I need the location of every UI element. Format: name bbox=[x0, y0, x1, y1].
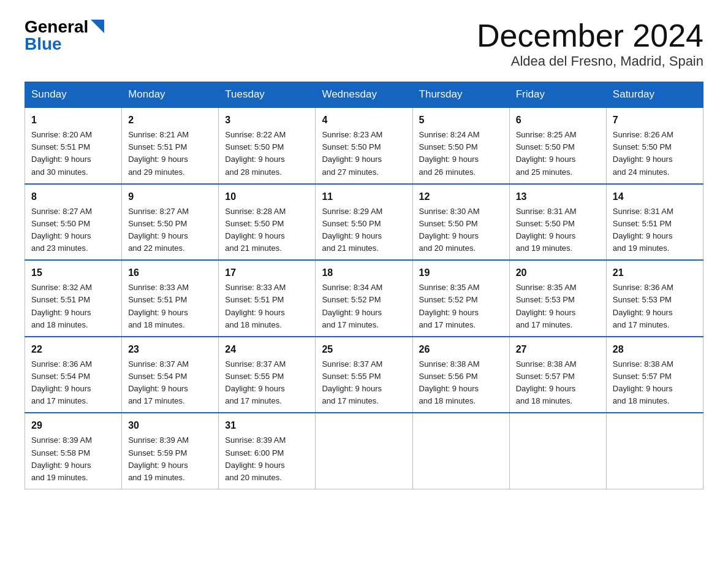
day-number: 27 bbox=[516, 342, 600, 357]
day-number: 14 bbox=[613, 190, 697, 204]
calendar-cell: 23Sunrise: 8:37 AM Sunset: 5:54 PM Dayli… bbox=[122, 337, 219, 413]
day-info: Sunrise: 8:39 AM Sunset: 6:00 PM Dayligh… bbox=[225, 434, 309, 484]
header-wednesday: Wednesday bbox=[316, 82, 412, 108]
month-title: December 2024 bbox=[477, 18, 703, 53]
day-info: Sunrise: 8:34 AM Sunset: 5:52 PM Dayligh… bbox=[322, 282, 406, 331]
day-number: 6 bbox=[516, 113, 600, 128]
day-info: Sunrise: 8:27 AM Sunset: 5:50 PM Dayligh… bbox=[31, 205, 115, 255]
calendar-cell: 2Sunrise: 8:21 AM Sunset: 5:51 PM Daylig… bbox=[122, 107, 219, 184]
calendar-cell: 28Sunrise: 8:38 AM Sunset: 5:57 PM Dayli… bbox=[606, 337, 703, 413]
day-number: 1 bbox=[31, 113, 115, 128]
day-number: 16 bbox=[128, 266, 212, 280]
calendar-cell bbox=[316, 413, 412, 489]
day-number: 18 bbox=[322, 266, 406, 280]
day-info: Sunrise: 8:35 AM Sunset: 5:52 PM Dayligh… bbox=[419, 282, 503, 331]
calendar-cell: 9Sunrise: 8:27 AM Sunset: 5:50 PM Daylig… bbox=[122, 184, 219, 261]
day-info: Sunrise: 8:27 AM Sunset: 5:50 PM Dayligh… bbox=[128, 205, 212, 255]
calendar-cell: 6Sunrise: 8:25 AM Sunset: 5:50 PM Daylig… bbox=[509, 107, 606, 184]
week-row-4: 22Sunrise: 8:36 AM Sunset: 5:54 PM Dayli… bbox=[25, 337, 703, 413]
day-info: Sunrise: 8:20 AM Sunset: 5:51 PM Dayligh… bbox=[31, 129, 115, 178]
day-number: 25 bbox=[322, 342, 406, 357]
calendar-cell: 17Sunrise: 8:33 AM Sunset: 5:51 PM Dayli… bbox=[219, 260, 316, 337]
header-thursday: Thursday bbox=[412, 82, 509, 108]
week-row-2: 8Sunrise: 8:27 AM Sunset: 5:50 PM Daylig… bbox=[25, 184, 703, 261]
week-row-5: 29Sunrise: 8:39 AM Sunset: 5:58 PM Dayli… bbox=[25, 413, 703, 489]
calendar-cell: 3Sunrise: 8:22 AM Sunset: 5:50 PM Daylig… bbox=[219, 107, 316, 184]
day-info: Sunrise: 8:37 AM Sunset: 5:55 PM Dayligh… bbox=[322, 358, 406, 408]
day-number: 31 bbox=[225, 418, 309, 433]
calendar-cell: 11Sunrise: 8:29 AM Sunset: 5:50 PM Dayli… bbox=[316, 184, 412, 261]
day-info: Sunrise: 8:29 AM Sunset: 5:50 PM Dayligh… bbox=[322, 205, 406, 255]
day-number: 10 bbox=[225, 190, 309, 204]
day-info: Sunrise: 8:23 AM Sunset: 5:50 PM Dayligh… bbox=[322, 129, 406, 178]
day-info: Sunrise: 8:25 AM Sunset: 5:50 PM Dayligh… bbox=[516, 129, 600, 178]
day-number: 7 bbox=[613, 113, 697, 128]
calendar-cell bbox=[606, 413, 703, 489]
location-title: Aldea del Fresno, Madrid, Spain bbox=[477, 53, 703, 69]
day-number: 9 bbox=[128, 190, 212, 204]
day-info: Sunrise: 8:31 AM Sunset: 5:51 PM Dayligh… bbox=[613, 205, 697, 255]
day-number: 30 bbox=[128, 418, 212, 433]
logo-arrow-icon bbox=[91, 20, 104, 33]
header-friday: Friday bbox=[509, 82, 606, 108]
header-tuesday: Tuesday bbox=[219, 82, 316, 108]
day-info: Sunrise: 8:24 AM Sunset: 5:50 PM Dayligh… bbox=[419, 129, 503, 178]
day-number: 28 bbox=[613, 342, 697, 357]
calendar-cell: 12Sunrise: 8:30 AM Sunset: 5:50 PM Dayli… bbox=[412, 184, 509, 261]
day-number: 26 bbox=[419, 342, 503, 357]
day-info: Sunrise: 8:21 AM Sunset: 5:51 PM Dayligh… bbox=[128, 129, 212, 178]
calendar-cell: 13Sunrise: 8:31 AM Sunset: 5:50 PM Dayli… bbox=[509, 184, 606, 261]
day-info: Sunrise: 8:30 AM Sunset: 5:50 PM Dayligh… bbox=[419, 205, 503, 255]
logo: General Blue bbox=[25, 18, 104, 53]
calendar-cell: 27Sunrise: 8:38 AM Sunset: 5:57 PM Dayli… bbox=[509, 337, 606, 413]
week-row-1: 1Sunrise: 8:20 AM Sunset: 5:51 PM Daylig… bbox=[25, 107, 703, 184]
calendar-cell: 18Sunrise: 8:34 AM Sunset: 5:52 PM Dayli… bbox=[316, 260, 412, 337]
day-number: 4 bbox=[322, 113, 406, 128]
day-info: Sunrise: 8:33 AM Sunset: 5:51 PM Dayligh… bbox=[225, 282, 309, 331]
calendar-cell: 4Sunrise: 8:23 AM Sunset: 5:50 PM Daylig… bbox=[316, 107, 412, 184]
day-info: Sunrise: 8:22 AM Sunset: 5:50 PM Dayligh… bbox=[225, 129, 309, 178]
title-area: December 2024 Aldea del Fresno, Madrid, … bbox=[477, 18, 703, 69]
day-info: Sunrise: 8:31 AM Sunset: 5:50 PM Dayligh… bbox=[516, 205, 600, 255]
calendar-cell: 22Sunrise: 8:36 AM Sunset: 5:54 PM Dayli… bbox=[25, 337, 122, 413]
day-info: Sunrise: 8:38 AM Sunset: 5:57 PM Dayligh… bbox=[613, 358, 697, 408]
day-number: 24 bbox=[225, 342, 309, 357]
day-number: 21 bbox=[613, 266, 697, 280]
calendar-cell bbox=[412, 413, 509, 489]
calendar-cell: 25Sunrise: 8:37 AM Sunset: 5:55 PM Dayli… bbox=[316, 337, 412, 413]
day-number: 5 bbox=[419, 113, 503, 128]
day-info: Sunrise: 8:33 AM Sunset: 5:51 PM Dayligh… bbox=[128, 282, 212, 331]
header-monday: Monday bbox=[122, 82, 219, 108]
day-number: 3 bbox=[225, 113, 309, 128]
day-info: Sunrise: 8:39 AM Sunset: 5:59 PM Dayligh… bbox=[128, 434, 212, 484]
header-sunday: Sunday bbox=[25, 82, 122, 108]
calendar-header-row: SundayMondayTuesdayWednesdayThursdayFrid… bbox=[25, 82, 703, 108]
day-number: 8 bbox=[31, 190, 115, 204]
day-number: 17 bbox=[225, 266, 309, 280]
calendar-cell: 8Sunrise: 8:27 AM Sunset: 5:50 PM Daylig… bbox=[25, 184, 122, 261]
calendar-cell: 30Sunrise: 8:39 AM Sunset: 5:59 PM Dayli… bbox=[122, 413, 219, 489]
day-number: 2 bbox=[128, 113, 212, 128]
calendar-cell bbox=[509, 413, 606, 489]
calendar-cell: 7Sunrise: 8:26 AM Sunset: 5:50 PM Daylig… bbox=[606, 107, 703, 184]
day-info: Sunrise: 8:36 AM Sunset: 5:54 PM Dayligh… bbox=[31, 358, 115, 408]
calendar-cell: 1Sunrise: 8:20 AM Sunset: 5:51 PM Daylig… bbox=[25, 107, 122, 184]
day-number: 22 bbox=[31, 342, 115, 357]
day-info: Sunrise: 8:37 AM Sunset: 5:55 PM Dayligh… bbox=[225, 358, 309, 408]
day-number: 15 bbox=[31, 266, 115, 280]
day-number: 12 bbox=[419, 190, 503, 204]
day-info: Sunrise: 8:36 AM Sunset: 5:53 PM Dayligh… bbox=[613, 282, 697, 331]
calendar-cell: 10Sunrise: 8:28 AM Sunset: 5:50 PM Dayli… bbox=[219, 184, 316, 261]
day-info: Sunrise: 8:38 AM Sunset: 5:56 PM Dayligh… bbox=[419, 358, 503, 408]
day-number: 29 bbox=[31, 418, 115, 433]
day-number: 20 bbox=[516, 266, 600, 280]
logo-blue-text: Blue bbox=[25, 36, 62, 53]
calendar-cell: 16Sunrise: 8:33 AM Sunset: 5:51 PM Dayli… bbox=[122, 260, 219, 337]
week-row-3: 15Sunrise: 8:32 AM Sunset: 5:51 PM Dayli… bbox=[25, 260, 703, 337]
calendar-table: SundayMondayTuesdayWednesdayThursdayFrid… bbox=[25, 82, 703, 489]
calendar-cell: 14Sunrise: 8:31 AM Sunset: 5:51 PM Dayli… bbox=[606, 184, 703, 261]
day-number: 13 bbox=[516, 190, 600, 204]
calendar-cell: 29Sunrise: 8:39 AM Sunset: 5:58 PM Dayli… bbox=[25, 413, 122, 489]
header-saturday: Saturday bbox=[606, 82, 703, 108]
calendar-cell: 19Sunrise: 8:35 AM Sunset: 5:52 PM Dayli… bbox=[412, 260, 509, 337]
